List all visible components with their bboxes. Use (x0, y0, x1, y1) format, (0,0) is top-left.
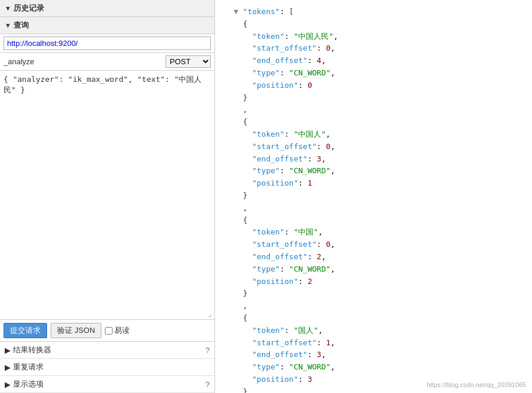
easy-read-checkbox[interactable] (105, 327, 113, 335)
repeat-request-arrow: ▶ (5, 363, 11, 372)
submit-button[interactable]: 提交请求 (4, 323, 47, 338)
history-arrow: ▼ (5, 5, 11, 12)
endpoint-row: POST GET PUT DELETE HEAD (0, 53, 214, 71)
display-options-row[interactable]: ▶ 显示选项 ? (0, 376, 214, 393)
body-editor: { "analyzer": "ik_max_word", "text": "中国… (0, 71, 214, 320)
left-panel: ▼ 历史记录 ▼ 查询 POST GET PUT DELETE HEAD { "… (0, 0, 215, 393)
display-options-label: 显示选项 (13, 379, 44, 389)
result-converter-help[interactable]: ? (206, 346, 210, 355)
watermark: https://blog.csdn.net/qq_20391065 (427, 381, 526, 388)
result-converter-label: 结果转换器 (13, 345, 51, 355)
query-header[interactable]: ▼ 查询 (0, 17, 214, 34)
repeat-request-left: ▶ 重复请求 (5, 362, 44, 372)
right-panel: ▼ "tokens": [ { "token": "中国人民", "start_… (215, 0, 532, 393)
url-input[interactable] (4, 37, 211, 50)
history-header[interactable]: ▼ 历史记录 (0, 0, 214, 17)
repeat-request-label: 重复请求 (13, 362, 44, 372)
validate-button[interactable]: 验证 JSON (51, 323, 101, 338)
display-options-help[interactable]: ? (206, 380, 210, 389)
endpoint-input[interactable] (4, 57, 163, 66)
result-converter-left: ▶ 结果转换器 (5, 345, 51, 355)
display-options-left: ▶ 显示选项 (5, 379, 44, 389)
query-arrow: ▼ (5, 22, 11, 29)
url-bar (0, 34, 214, 53)
json-output: ▼ "tokens": [ { "token": "中国人民", "start_… (224, 6, 523, 393)
resize-handle: ⌟ (208, 309, 212, 318)
display-options-arrow: ▶ (5, 380, 11, 389)
method-select[interactable]: POST GET PUT DELETE HEAD (166, 55, 211, 68)
repeat-request-row[interactable]: ▶ 重复请求 (0, 359, 214, 376)
easy-read-label[interactable]: 易读 (105, 325, 130, 336)
result-converter-arrow: ▶ (5, 346, 11, 355)
action-row: 提交请求 验证 JSON 易读 (0, 320, 214, 342)
result-converter-row[interactable]: ▶ 结果转换器 ? (0, 342, 214, 359)
body-textarea[interactable]: { "analyzer": "ik_max_word", "text": "中国… (0, 71, 214, 319)
history-label: 历史记录 (14, 3, 44, 14)
query-label: 查询 (14, 20, 29, 31)
